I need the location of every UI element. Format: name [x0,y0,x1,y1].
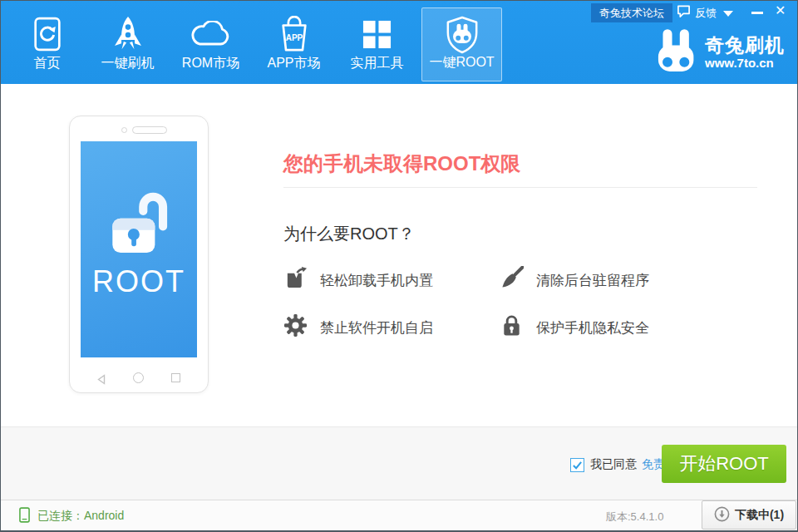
feature-clean: 清除后台驻留程序 [500,267,649,293]
nav-label: 一键刷机 [101,55,155,72]
agree-checkbox[interactable] [570,458,584,472]
android-back-icon [96,373,106,388]
forum-badge[interactable]: 奇兔技术论坛 [591,3,672,22]
feature-label: 保护手机隐私安全 [536,318,649,337]
connection-status: 已连接：Android [19,507,124,525]
download-circle-icon [714,506,730,525]
green-phone-icon [19,507,30,525]
page-title: 您的手机未取得ROOT权限 [283,150,520,177]
feature-label: 轻松卸载手机内置 [320,271,433,290]
status-bar: 已连接：Android 版本:5.4.1.0 下载中(1) [1,500,797,530]
rabbit-logo-icon [658,28,697,76]
brand-logo: 奇兔刷机 www.7to.cn [658,28,785,76]
gear-icon [283,313,308,342]
phone-nav-bar [70,370,208,387]
speech-bubble-icon [677,5,691,21]
phone-screen: ROOT [81,141,197,357]
phone-camera-dot [121,127,127,133]
feature-privacy: 保护手机隐私安全 [500,314,649,341]
app-window: 首页 一键刷机 ROM市场 [0,0,798,532]
main-content: ROOT 您的手机未取得ROOT权限 为什么要ROOT？ [1,84,797,426]
nav-item-flash[interactable]: 一键刷机 [87,7,168,81]
nav-label: ROM市场 [182,55,239,72]
download-manager-button[interactable]: 下载中(1) [702,500,796,530]
unlocked-padlock-icon [102,185,175,261]
why-root-heading: 为什么要ROOT？ [283,223,415,245]
nav-item-rom-market[interactable]: ROM市场 [170,7,251,81]
agree-label: 我已同意 [590,457,637,472]
nav-label: APP市场 [267,55,320,72]
app-bag-icon: APP [254,12,334,56]
uninstall-icon [283,266,308,294]
rocket-icon [87,12,168,56]
feature-label: 清除后台驻留程序 [536,271,649,290]
action-bar: 我已同意 免责声明 开始ROOT [1,426,797,500]
nav-item-one-key-root[interactable]: 一键ROOT [421,7,502,81]
close-button[interactable]: ✕ [775,2,786,18]
tools-grid-icon [337,12,417,56]
android-recents-icon [171,373,180,382]
feature-autostart: 禁止软件开机自启 [283,314,433,341]
header-bar: 首页 一键刷机 ROM市场 [1,1,797,84]
version-label: 版本:5.4.1.0 [606,510,663,525]
phone-screen-root-label: ROOT [81,264,197,299]
privacy-lock-icon [500,313,524,342]
feature-uninstall: 轻松卸载手机内置 [283,267,433,293]
phone-illustration: ROOT [69,116,209,393]
feedback-button[interactable]: 反馈 [677,3,717,22]
clean-brush-icon [500,266,524,294]
nav-item-app-market[interactable]: APP APP市场 [254,7,334,81]
nav-label: 实用工具 [351,55,404,72]
minimize-button[interactable] [751,12,763,14]
feature-label: 禁止软件开机自启 [320,318,433,337]
download-label: 下载中(1) [735,508,784,523]
android-home-icon [133,372,144,383]
brand-name: 奇兔刷机 [705,34,785,56]
title-divider [283,187,757,188]
nav-label: 首页 [34,55,61,72]
cloud-icon [170,12,251,56]
brand-url: www.7to.cn [705,56,785,71]
shield-rabbit-icon [422,13,501,57]
checkmark-icon [572,460,583,470]
menu-dropdown-icon[interactable] [723,11,733,17]
nav-item-tools[interactable]: 实用工具 [337,7,417,81]
start-root-button[interactable]: 开始ROOT [662,445,786,483]
phone-speaker-bar [132,126,167,134]
feedback-label: 反馈 [695,6,717,21]
nav-item-home[interactable]: 首页 [7,7,87,81]
connection-label: 已连接：Android [37,509,124,524]
home-phone-refresh-icon [7,12,87,56]
nav-label: 一键ROOT [429,54,494,71]
svg-text:APP: APP [285,33,303,42]
